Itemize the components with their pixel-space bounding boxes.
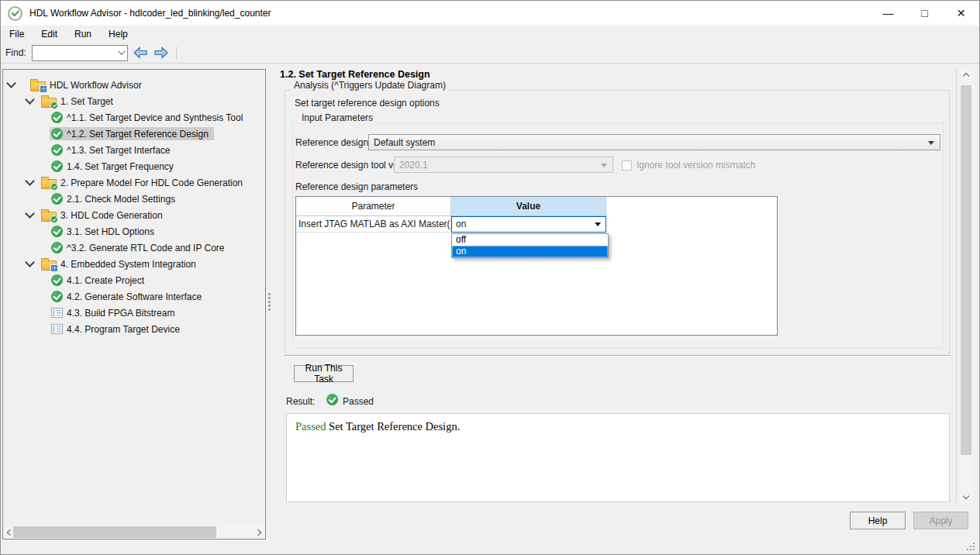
window-resize-grip[interactable] (967, 543, 975, 551)
table-header: Parameter Value (296, 197, 777, 216)
arrow-left-icon (133, 47, 148, 59)
tool-version-value: 2020.1 (399, 160, 428, 171)
window-controls: — □ ✕ (870, 1, 979, 26)
tree-item-3-1[interactable]: 3.1. Set HDL Options (3, 223, 265, 240)
passed-check-icon (51, 226, 63, 237)
menu-file[interactable]: File (1, 26, 33, 42)
tree-item-hdl-code-generation[interactable]: 3. HDL Code Generation (3, 207, 265, 223)
value-combobox-text: on (456, 216, 466, 233)
tree-item-4-1[interactable]: 4.1. Create Project (3, 272, 265, 288)
table-row: Insert JTAG MATLAB as AXI Master(H... on (296, 216, 777, 233)
tree-item-4-3[interactable]: 4.3. Build FPGA Bitstream (3, 305, 265, 321)
task-description: Set target reference design options (295, 98, 440, 109)
minimize-button[interactable]: — (870, 1, 906, 26)
tree-item-1-1[interactable]: ^1.1. Set Target Device and Synthesis To… (3, 109, 265, 126)
tree-item-4-2[interactable]: 4.2. Generate Software Interface (3, 288, 265, 305)
value-dropdown-list: off on (451, 233, 609, 258)
task-title: 1.2. Set Target Reference Design (280, 69, 430, 80)
apply-button[interactable]: Apply (913, 512, 968, 529)
workflow-tree-panel: HDL Workflow Advisor 1. Set Target ^1.1.… (2, 69, 266, 539)
analysis-group-label: Analysis (^Triggers Update Diagram) (291, 80, 449, 91)
reference-design-label: Reference design: (295, 137, 371, 148)
scroll-up-icon[interactable] (960, 69, 972, 81)
chevron-down-icon (928, 141, 934, 145)
title-bar: HDL Workflow Advisor - hdlcoder_led_blin… (1, 1, 979, 26)
expander-collapse-icon[interactable] (5, 79, 17, 91)
menu-help[interactable]: Help (100, 26, 136, 42)
tree-item-2-1[interactable]: 2.1. Check Model Settings (3, 191, 265, 207)
panel-splitter-handle[interactable] (268, 293, 271, 309)
expander-collapse-icon[interactable] (23, 258, 36, 271)
result-status-text: Passed (343, 396, 374, 407)
menu-edit[interactable]: Edit (33, 26, 66, 42)
folder-passed-icon (41, 95, 57, 108)
task-notrun-icon (51, 308, 63, 318)
scroll-right-icon[interactable] (253, 526, 265, 539)
folder-app-icon (41, 258, 57, 271)
tree-item-1-2-selected[interactable]: ^1.2. Set Target Reference Design (3, 126, 265, 142)
parameters-table: Parameter Value Insert JTAG MATLAB as AX… (295, 196, 778, 336)
tree-item-embedded-system-integration[interactable]: 4. Embedded System Integration (3, 256, 265, 272)
expander-collapse-icon[interactable] (23, 95, 36, 108)
run-this-task-button[interactable]: Run This Task (294, 365, 354, 382)
maximize-button[interactable]: □ (906, 1, 943, 26)
menu-run[interactable]: Run (66, 26, 100, 42)
toolbar-separator (176, 47, 177, 60)
find-previous-button[interactable] (132, 45, 149, 60)
dropdown-option-on[interactable]: on (452, 246, 608, 257)
result-passed-icon (326, 394, 338, 405)
tree-item-hdl-workflow-advisor[interactable]: HDL Workflow Advisor (3, 77, 265, 93)
tree-item-1-4[interactable]: 1.4. Set Target Frequency (3, 158, 265, 174)
column-header-parameter[interactable]: Parameter (296, 197, 451, 216)
value-combobox[interactable]: on (451, 216, 606, 233)
help-button[interactable]: Help (850, 512, 906, 529)
menu-bar: File Edit Run Help (1, 26, 136, 43)
section-separator (285, 355, 951, 357)
tree-item-3-2[interactable]: ^3.2. Generate RTL Code and IP Core (3, 240, 265, 256)
parameter-name-cell[interactable]: Insert JTAG MATLAB as AXI Master(H... (296, 216, 451, 233)
arrow-right-icon (154, 47, 169, 59)
result-label: Result: (286, 396, 315, 407)
chevron-down-icon (595, 222, 601, 226)
folder-passed-icon (41, 177, 57, 189)
panel-vertical-scrollbar[interactable] (960, 69, 972, 503)
column-header-value[interactable]: Value (451, 197, 606, 216)
close-button[interactable]: ✕ (943, 1, 979, 26)
reference-design-combobox[interactable]: Default system (368, 134, 940, 150)
chevron-down-icon (601, 164, 607, 167)
input-parameters-label: Input Parameters (298, 112, 376, 123)
find-toolbar: Find: (1, 43, 979, 64)
result-message-status: Passed (295, 420, 326, 433)
passed-check-icon (51, 144, 63, 156)
find-combobox[interactable] (32, 45, 128, 61)
ignore-mismatch-checkbox[interactable] (622, 160, 632, 171)
passed-check-icon (51, 274, 63, 286)
chevron-down-icon[interactable] (118, 47, 126, 55)
passed-check-icon (51, 112, 63, 123)
passed-check-icon (51, 128, 63, 140)
find-input[interactable] (35, 47, 116, 60)
expander-collapse-icon[interactable] (23, 177, 36, 189)
expander-collapse-icon[interactable] (23, 209, 36, 222)
tree-horizontal-scrollbar[interactable] (3, 526, 265, 539)
passed-check-icon (51, 291, 63, 302)
passed-check-icon (51, 160, 63, 172)
window-title: HDL Workflow Advisor - hdlcoder_led_blin… (29, 8, 271, 19)
tool-version-combobox[interactable]: 2020.1 (394, 157, 613, 173)
task-notrun-icon (51, 324, 63, 334)
result-message-box: Passed Set Target Reference Design. (286, 413, 950, 502)
hdl-workflow-advisor-window: HDL Workflow Advisor - hdlcoder_led_blin… (0, 0, 980, 555)
scroll-down-icon[interactable] (960, 491, 972, 503)
tree-item-prepare-model[interactable]: 2. Prepare Model For HDL Code Generation (3, 174, 265, 191)
dropdown-option-off[interactable]: off (452, 234, 608, 246)
passed-check-icon (51, 242, 63, 253)
tree-item-set-target[interactable]: 1. Set Target (3, 93, 265, 109)
vertical-scrollbar-thumb[interactable] (961, 85, 971, 455)
horizontal-scrollbar-thumb[interactable] (13, 526, 216, 538)
tree-item-1-3[interactable]: ^1.3. Set Target Interface (3, 142, 265, 158)
find-next-button[interactable] (153, 45, 170, 60)
reference-design-value: Default system (374, 137, 435, 148)
find-label: Find: (5, 47, 26, 58)
folder-passed-icon (41, 209, 57, 222)
tree-item-4-4[interactable]: 4.4. Program Target Device (3, 321, 265, 337)
